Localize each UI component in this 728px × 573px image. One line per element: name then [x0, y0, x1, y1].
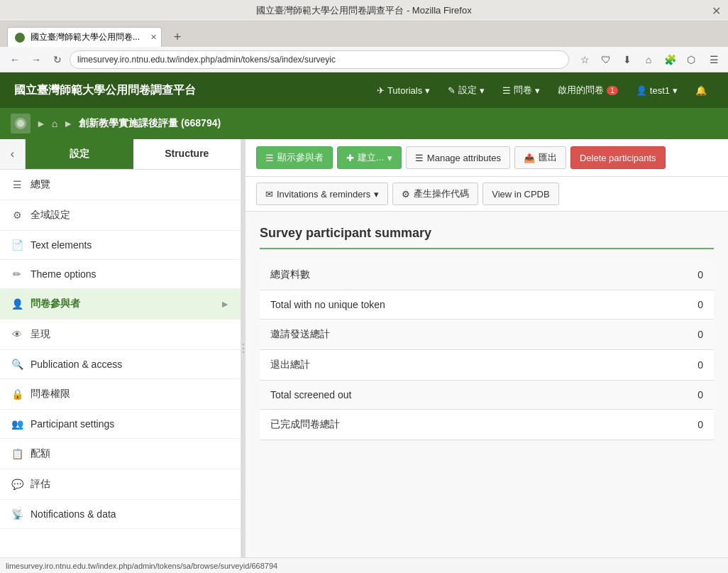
sidebar-item-notifications-data-label: Notifications & data	[31, 508, 116, 520]
sidebar-collapse-button[interactable]: ‹	[0, 139, 26, 169]
download-icon[interactable]: ⬇	[619, 51, 636, 68]
new-tab-button[interactable]: +	[167, 27, 187, 47]
toolbar-row1: ☰ 顯示參與者 ✚ 建立... ▾ ☰ Manage attributes 📤 …	[246, 139, 728, 177]
sidebar-item-publication-access-label: Publication & access	[31, 359, 122, 370]
bookmark-icon[interactable]: ☆	[576, 51, 593, 68]
tab-label: 國立臺灣師範大學公用問卷...	[31, 31, 140, 43]
list-alt-icon: 📋	[11, 448, 23, 459]
home-nav-icon[interactable]: ⌂	[640, 51, 657, 68]
view-cpdb-button[interactable]: View in CPDB	[482, 182, 558, 205]
rss-icon: 📡	[11, 508, 23, 520]
shield-icon[interactable]: 🛡	[597, 51, 614, 68]
export-button[interactable]: 📤 匯出	[514, 146, 566, 169]
settings-label: 設定	[458, 84, 477, 97]
export-label: 匯出	[539, 151, 557, 164]
delete-participants-label: Delete participants	[580, 153, 656, 163]
forward-button[interactable]: →	[27, 50, 45, 69]
sidebar-item-publication-access[interactable]: 🔍 Publication & access	[0, 350, 241, 379]
manage-attributes-label: Manage attributes	[427, 153, 501, 163]
summary-title: Survey participant summary	[260, 226, 714, 249]
sidebar-item-theme-options[interactable]: ✏ Theme options	[0, 260, 241, 289]
main-layout: ‹ 設定 Structure ☰ 總覽 ⚙ 全域設定 📄 Text elemen…	[0, 139, 728, 557]
back-button[interactable]: ←	[6, 50, 24, 69]
search-icon: 🔍	[11, 359, 23, 370]
browser-nav-bar: ← → ↻ limesurvey.iro.ntnu.edu.tw/index.p…	[0, 47, 728, 72]
show-participants-label: 顯示參與者	[277, 151, 324, 164]
tab-settings[interactable]: 設定	[26, 139, 133, 169]
sidebar-item-participants[interactable]: 👤 問卷參與者 ►	[0, 289, 241, 320]
settings-nav-item[interactable]: ✎ 設定 ▾	[441, 80, 492, 100]
settings-dropdown-icon: ▾	[480, 85, 485, 96]
sidebar-item-notifications-data[interactable]: 📡 Notifications & data	[0, 500, 241, 529]
browser-title: 國立臺灣師範大學公用問卷調查平台 - Mozilla Firefox	[256, 4, 471, 17]
paint-icon: ✏	[11, 268, 23, 280]
browser-close-button[interactable]: ✕	[712, 4, 721, 17]
manage-attributes-icon: ☰	[415, 153, 424, 163]
gear-small-icon: ⚙	[402, 189, 410, 200]
generate-tokens-label: 產生操作代碼	[414, 187, 469, 200]
eye-icon: 👁	[11, 329, 23, 340]
url-text: limesurvey.iro.ntnu.edu.tw/index.php/adm…	[77, 55, 561, 65]
browser-menu-icon[interactable]: ☰	[705, 51, 722, 68]
table-row: 總資料數 0	[260, 260, 714, 290]
home-icon[interactable]: ⌂	[52, 118, 57, 129]
sidebar-item-presentation-label: 呈現	[31, 328, 50, 341]
create-dropdown-button[interactable]: ✚ 建立... ▾	[337, 146, 402, 169]
sidebar-item-global-settings[interactable]: ⚙ 全域設定	[0, 200, 241, 231]
sidebar-item-presentation[interactable]: 👁 呈現	[0, 320, 241, 350]
limesurvey-logo-icon	[11, 114, 31, 133]
delete-participants-button[interactable]: Delete participants	[570, 146, 666, 169]
row-value-2: 0	[639, 320, 714, 350]
users-icon: 👥	[11, 418, 23, 430]
invitations-dropdown-icon: ▾	[374, 189, 379, 200]
surveys-nav-item[interactable]: ☰ 問卷 ▾	[495, 80, 547, 100]
table-row: Total with no unique token 0	[260, 290, 714, 320]
sidebar-item-quotas-label: 配額	[31, 447, 50, 460]
url-bar[interactable]: limesurvey.iro.ntnu.edu.tw/index.php/adm…	[70, 50, 569, 69]
app-header: 國立臺灣師範大學公用問卷調查平台 ✈ Tutorials ▾ ✎ 設定 ▾ ☰ …	[0, 72, 728, 108]
notifications-nav-item[interactable]: 🔔	[688, 82, 714, 99]
export-icon: 📤	[524, 153, 535, 163]
survey-name: 創新教學實施課後評量 (668794)	[79, 117, 221, 130]
sidebar-item-participant-settings[interactable]: 👥 Participant settings	[0, 410, 241, 439]
active-surveys-nav-item[interactable]: 啟用的問卷 1	[551, 80, 625, 100]
sidebar-item-overview[interactable]: ☰ 總覽	[0, 170, 241, 200]
breadcrumb-bar: ► ⌂ ► 創新教學實施課後評量 (668794)	[0, 108, 728, 139]
app-logo: 國立臺灣師範大學公用問卷調查平台	[14, 83, 355, 98]
tab-close-button[interactable]: ✕	[150, 33, 157, 42]
show-participants-button[interactable]: ☰ 顯示參與者	[256, 146, 333, 169]
tab-favicon	[15, 33, 25, 43]
extension-icon[interactable]: 🧩	[661, 51, 678, 68]
invitations-reminders-button[interactable]: ✉ Invitations & reminders ▾	[256, 182, 388, 205]
browser-tab[interactable]: 國立臺灣師範大學公用問卷... ✕	[7, 27, 162, 47]
sidebar-item-text-elements-label: Text elements	[31, 239, 92, 251]
manage-attributes-button[interactable]: ☰ Manage attributes	[406, 146, 510, 169]
file-icon: 📄	[11, 239, 23, 251]
sidebar-item-quotas[interactable]: 📋 配額	[0, 439, 241, 469]
surveys-list-icon: ☰	[502, 85, 511, 96]
reload-button[interactable]: ↻	[48, 50, 67, 69]
row-label-0: 總資料數	[260, 260, 639, 290]
row-label-5: 已完成問卷總計	[260, 410, 639, 440]
active-surveys-badge: 1	[607, 86, 618, 95]
lock-icon: 🔒	[11, 388, 23, 400]
user-nav-item[interactable]: 👤 test1 ▾	[629, 82, 685, 99]
tab-structure[interactable]: Structure	[133, 139, 241, 169]
user-icon: 👤	[11, 298, 23, 310]
tab-settings-label: 設定	[70, 148, 89, 159]
settings-icon: ✎	[448, 85, 456, 96]
tutorials-nav-item[interactable]: ✈ Tutorials ▾	[370, 82, 437, 99]
extension2-icon[interactable]: ⬡	[683, 51, 700, 68]
row-value-5: 0	[639, 410, 714, 440]
generate-tokens-button[interactable]: ⚙ 產生操作代碼	[392, 182, 478, 205]
sidebar-item-text-elements[interactable]: 📄 Text elements	[0, 231, 241, 260]
row-value-0: 0	[639, 260, 714, 290]
row-label-4: Total screened out	[260, 381, 639, 410]
user-dropdown-icon: ▾	[673, 85, 678, 96]
user-label: test1	[650, 85, 670, 96]
table-row: Total screened out 0	[260, 381, 714, 410]
chevron-right-icon: ►	[220, 298, 230, 310]
browser-tab-bar: 國立臺灣師範大學公用問卷... ✕ +	[0, 21, 728, 47]
sidebar-item-assessments[interactable]: 💬 評估	[0, 469, 241, 500]
sidebar-item-survey-permissions[interactable]: 🔒 問卷權限	[0, 379, 241, 410]
